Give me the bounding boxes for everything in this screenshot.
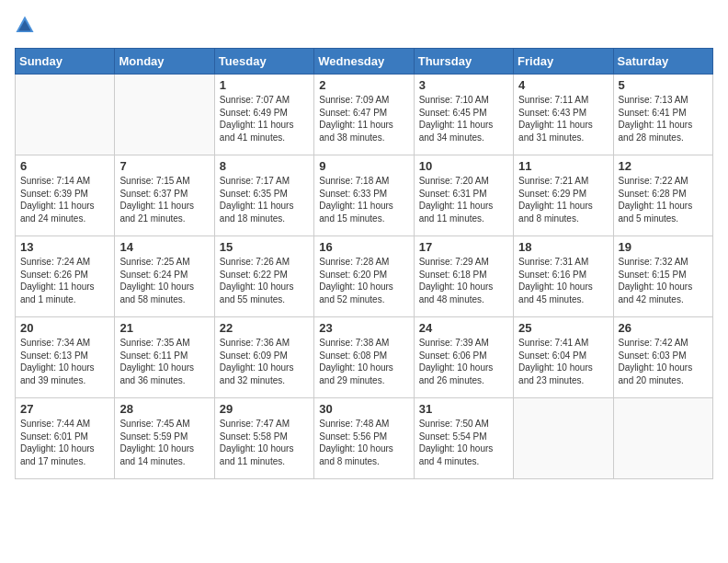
logo <box>15 15 37 39</box>
day-info: Sunrise: 7:21 AMSunset: 6:29 PMDaylight:… <box>518 175 608 224</box>
calendar-day: 18Sunrise: 7:31 AMSunset: 6:16 PMDayligh… <box>514 236 613 317</box>
day-info: Sunrise: 7:34 AMSunset: 6:13 PMDaylight:… <box>20 337 109 386</box>
calendar-day: 28Sunrise: 7:45 AMSunset: 5:59 PMDayligh… <box>115 398 214 479</box>
calendar-day <box>115 75 214 155</box>
calendar-day: 23Sunrise: 7:38 AMSunset: 6:08 PMDayligh… <box>314 317 414 398</box>
calendar-day: 8Sunrise: 7:17 AMSunset: 6:35 PMDaylight… <box>214 155 313 236</box>
calendar-day: 7Sunrise: 7:15 AMSunset: 6:37 PMDaylight… <box>115 155 214 236</box>
day-info: Sunrise: 7:35 AMSunset: 6:11 PMDaylight:… <box>119 337 209 386</box>
day-info: Sunrise: 7:41 AMSunset: 6:04 PMDaylight:… <box>518 337 608 386</box>
calendar-day: 13Sunrise: 7:24 AMSunset: 6:26 PMDayligh… <box>16 236 115 317</box>
day-info: Sunrise: 7:31 AMSunset: 6:16 PMDaylight:… <box>518 256 608 305</box>
calendar-day: 21Sunrise: 7:35 AMSunset: 6:11 PMDayligh… <box>115 317 214 398</box>
calendar-week-1: 1Sunrise: 7:07 AMSunset: 6:49 PMDaylight… <box>16 75 713 155</box>
calendar-day: 17Sunrise: 7:29 AMSunset: 6:18 PMDayligh… <box>414 236 513 317</box>
calendar-day: 9Sunrise: 7:18 AMSunset: 6:33 PMDaylight… <box>314 155 414 236</box>
day-info: Sunrise: 7:42 AMSunset: 6:03 PMDaylight:… <box>619 337 708 386</box>
day-number: 10 <box>419 159 508 173</box>
day-number: 5 <box>619 78 708 92</box>
day-number: 22 <box>220 321 309 335</box>
day-info: Sunrise: 7:17 AMSunset: 6:35 PMDaylight:… <box>220 175 309 224</box>
calendar-table: SundayMondayTuesdayWednesdayThursdayFrid… <box>15 48 713 479</box>
day-number: 14 <box>119 240 209 254</box>
calendar-day: 4Sunrise: 7:11 AMSunset: 6:43 PMDaylight… <box>514 75 613 155</box>
day-info: Sunrise: 7:09 AMSunset: 6:47 PMDaylight:… <box>319 94 408 144</box>
weekday-header-wednesday: Wednesday <box>314 49 414 75</box>
day-number: 29 <box>220 402 309 416</box>
calendar-day: 12Sunrise: 7:22 AMSunset: 6:28 PMDayligh… <box>613 155 712 236</box>
day-number: 1 <box>220 78 309 92</box>
calendar-day <box>16 75 115 155</box>
day-number: 11 <box>518 159 608 173</box>
day-number: 18 <box>518 240 608 254</box>
day-number: 27 <box>20 402 109 416</box>
calendar-body: 1Sunrise: 7:07 AMSunset: 6:49 PMDaylight… <box>16 75 713 479</box>
weekday-header-saturday: Saturday <box>613 49 712 75</box>
calendar-day: 14Sunrise: 7:25 AMSunset: 6:24 PMDayligh… <box>115 236 214 317</box>
day-info: Sunrise: 7:20 AMSunset: 6:31 PMDaylight:… <box>419 175 508 224</box>
day-number: 4 <box>518 78 608 92</box>
day-info: Sunrise: 7:15 AMSunset: 6:37 PMDaylight:… <box>119 175 209 224</box>
weekday-header-sunday: Sunday <box>16 49 115 75</box>
day-number: 20 <box>20 321 109 335</box>
day-number: 15 <box>220 240 309 254</box>
day-info: Sunrise: 7:44 AMSunset: 6:01 PMDaylight:… <box>20 418 109 467</box>
calendar-day: 31Sunrise: 7:50 AMSunset: 5:54 PMDayligh… <box>414 398 513 479</box>
calendar-week-4: 20Sunrise: 7:34 AMSunset: 6:13 PMDayligh… <box>16 317 713 398</box>
day-number: 16 <box>319 240 408 254</box>
day-number: 6 <box>20 159 109 173</box>
day-number: 8 <box>220 159 309 173</box>
calendar-day <box>613 398 712 479</box>
day-number: 19 <box>619 240 708 254</box>
calendar-day: 27Sunrise: 7:44 AMSunset: 6:01 PMDayligh… <box>16 398 115 479</box>
day-number: 7 <box>119 159 209 173</box>
weekday-header-tuesday: Tuesday <box>214 49 313 75</box>
day-number: 3 <box>419 78 508 92</box>
calendar-day: 19Sunrise: 7:32 AMSunset: 6:15 PMDayligh… <box>613 236 712 317</box>
calendar-day: 2Sunrise: 7:09 AMSunset: 6:47 PMDaylight… <box>314 75 414 155</box>
calendar-day: 22Sunrise: 7:36 AMSunset: 6:09 PMDayligh… <box>214 317 313 398</box>
day-number: 31 <box>419 402 508 416</box>
day-info: Sunrise: 7:28 AMSunset: 6:20 PMDaylight:… <box>319 256 408 305</box>
weekday-header-friday: Friday <box>514 49 613 75</box>
day-info: Sunrise: 7:26 AMSunset: 6:22 PMDaylight:… <box>220 256 309 305</box>
calendar-day: 10Sunrise: 7:20 AMSunset: 6:31 PMDayligh… <box>414 155 513 236</box>
day-info: Sunrise: 7:39 AMSunset: 6:06 PMDaylight:… <box>419 337 508 386</box>
calendar-day: 3Sunrise: 7:10 AMSunset: 6:45 PMDaylight… <box>414 75 513 155</box>
day-info: Sunrise: 7:50 AMSunset: 5:54 PMDaylight:… <box>419 418 508 467</box>
day-info: Sunrise: 7:13 AMSunset: 6:41 PMDaylight:… <box>619 94 708 144</box>
day-info: Sunrise: 7:10 AMSunset: 6:45 PMDaylight:… <box>419 94 508 144</box>
day-info: Sunrise: 7:45 AMSunset: 5:59 PMDaylight:… <box>119 418 209 467</box>
weekday-header-monday: Monday <box>115 49 214 75</box>
day-info: Sunrise: 7:38 AMSunset: 6:08 PMDaylight:… <box>319 337 408 386</box>
day-info: Sunrise: 7:25 AMSunset: 6:24 PMDaylight:… <box>119 256 209 305</box>
day-info: Sunrise: 7:24 AMSunset: 6:26 PMDaylight:… <box>20 256 109 305</box>
calendar-day: 16Sunrise: 7:28 AMSunset: 6:20 PMDayligh… <box>314 236 414 317</box>
day-number: 2 <box>319 78 408 92</box>
day-number: 25 <box>518 321 608 335</box>
day-number: 28 <box>119 402 209 416</box>
day-number: 17 <box>419 240 508 254</box>
day-number: 9 <box>319 159 408 173</box>
day-info: Sunrise: 7:07 AMSunset: 6:49 PMDaylight:… <box>220 94 309 144</box>
page-header <box>15 15 713 39</box>
calendar-day: 30Sunrise: 7:48 AMSunset: 5:56 PMDayligh… <box>314 398 414 479</box>
calendar-day: 25Sunrise: 7:41 AMSunset: 6:04 PMDayligh… <box>514 317 613 398</box>
day-number: 26 <box>619 321 708 335</box>
calendar-day: 24Sunrise: 7:39 AMSunset: 6:06 PMDayligh… <box>414 317 513 398</box>
day-info: Sunrise: 7:14 AMSunset: 6:39 PMDaylight:… <box>20 175 109 224</box>
calendar-day: 20Sunrise: 7:34 AMSunset: 6:13 PMDayligh… <box>16 317 115 398</box>
calendar-day: 1Sunrise: 7:07 AMSunset: 6:49 PMDaylight… <box>214 75 313 155</box>
calendar-day: 6Sunrise: 7:14 AMSunset: 6:39 PMDaylight… <box>16 155 115 236</box>
day-number: 21 <box>119 321 209 335</box>
logo-icon <box>15 15 35 35</box>
calendar-week-3: 13Sunrise: 7:24 AMSunset: 6:26 PMDayligh… <box>16 236 713 317</box>
calendar-day <box>514 398 613 479</box>
day-info: Sunrise: 7:18 AMSunset: 6:33 PMDaylight:… <box>319 175 408 224</box>
calendar-day: 5Sunrise: 7:13 AMSunset: 6:41 PMDaylight… <box>613 75 712 155</box>
day-number: 24 <box>419 321 508 335</box>
day-info: Sunrise: 7:47 AMSunset: 5:58 PMDaylight:… <box>220 418 309 467</box>
day-number: 12 <box>619 159 708 173</box>
calendar-day: 29Sunrise: 7:47 AMSunset: 5:58 PMDayligh… <box>214 398 313 479</box>
calendar-day: 15Sunrise: 7:26 AMSunset: 6:22 PMDayligh… <box>214 236 313 317</box>
